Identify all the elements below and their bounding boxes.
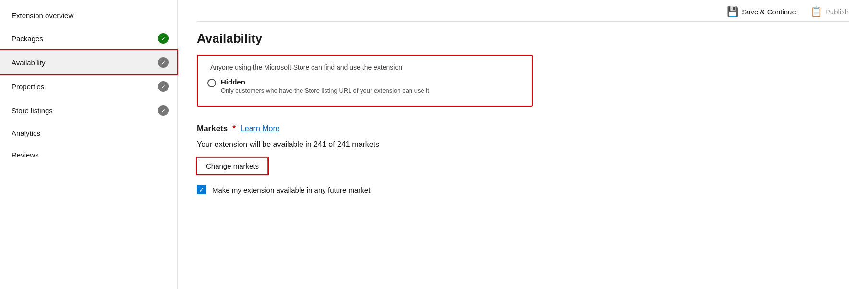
sidebar-item-packages[interactable]: Packages ✓ <box>0 26 177 50</box>
sidebar-item-reviews[interactable]: Reviews <box>0 144 177 166</box>
sidebar-item-properties[interactable]: Properties ✓ <box>0 74 177 98</box>
store-listings-check-icon: ✓ <box>158 105 169 116</box>
publish-label: Publish <box>825 8 849 16</box>
required-star: * <box>232 124 236 133</box>
future-market-row[interactable]: ✓ Make my extension available in any fut… <box>197 185 629 194</box>
properties-check-icon: ✓ <box>158 81 169 92</box>
markets-description: Your extension will be available in 241 … <box>197 140 629 149</box>
visibility-box: Anyone using the Microsoft Store can fin… <box>197 55 533 107</box>
markets-heading: Markets * Learn More <box>197 124 629 133</box>
sidebar-item-store-listings[interactable]: Store listings ✓ <box>0 98 177 122</box>
page-title: Availability <box>197 31 849 46</box>
markets-section: Markets * Learn More Your extension will… <box>197 124 629 194</box>
future-market-label: Make my extension available in any futur… <box>212 186 370 194</box>
hidden-title: Hidden <box>221 78 429 86</box>
packages-check-icon: ✓ <box>158 33 169 44</box>
future-market-checkbox[interactable]: ✓ <box>197 185 206 194</box>
save-continue-label: Save & Continue <box>742 8 796 16</box>
hidden-desc: Only customers who have the Store listin… <box>221 87 429 94</box>
save-continue-button[interactable]: 💾 Save & Continue <box>727 6 796 17</box>
publish-icon: 📋 <box>810 6 822 17</box>
public-description: Anyone using the Microsoft Store can fin… <box>208 63 402 71</box>
sidebar-item-availability[interactable]: Availability ✓ <box>0 50 177 74</box>
hidden-option[interactable]: Hidden Only customers who have the Store… <box>207 78 522 94</box>
topbar: 💾 Save & Continue 📋 Publish <box>197 0 849 22</box>
public-option: Anyone using the Microsoft Store can fin… <box>207 63 522 71</box>
sidebar-item-analytics[interactable]: Analytics <box>0 122 177 144</box>
learn-more-link[interactable]: Learn More <box>241 124 280 133</box>
sidebar: Extension overview Packages ✓ Availabili… <box>0 0 178 289</box>
save-icon: 💾 <box>727 6 739 17</box>
hidden-label-group: Hidden Only customers who have the Store… <box>221 78 429 94</box>
availability-check-icon: ✓ <box>158 57 169 68</box>
markets-label: Markets <box>197 124 228 133</box>
hidden-radio[interactable] <box>207 79 216 87</box>
change-markets-button[interactable]: Change markets <box>197 157 268 174</box>
publish-button[interactable]: 📋 Publish <box>810 6 849 17</box>
main-content: 💾 Save & Continue 📋 Publish Availability… <box>178 0 868 289</box>
sidebar-item-extension-overview[interactable]: Extension overview <box>0 5 177 26</box>
